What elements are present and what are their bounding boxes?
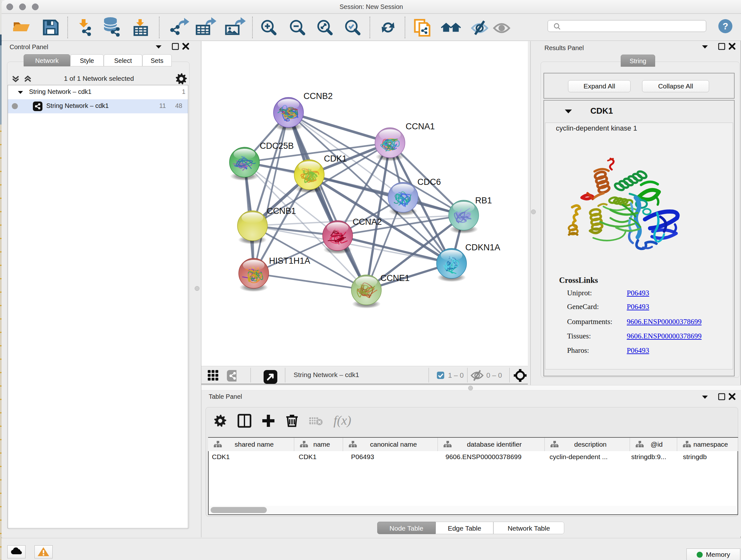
svg-text:f(x): f(x)	[333, 413, 351, 428]
svg-text:RB1: RB1	[475, 196, 492, 205]
svg-text:CDC6: CDC6	[417, 177, 441, 187]
svg-text:CDC25B: CDC25B	[260, 141, 294, 151]
svg-text:CCNA1: CCNA1	[406, 122, 435, 131]
svg-text:CDKN1A: CDKN1A	[465, 243, 500, 252]
svg-text:HIST1H1A: HIST1H1A	[269, 256, 310, 266]
svg-text:CCNB2: CCNB2	[304, 91, 333, 101]
svg-text:CCNA2: CCNA2	[353, 217, 382, 227]
svg-text:CCNB1: CCNB1	[267, 206, 296, 216]
svg-text:CDK1: CDK1	[324, 154, 347, 164]
svg-text:CCNE1: CCNE1	[381, 273, 410, 283]
